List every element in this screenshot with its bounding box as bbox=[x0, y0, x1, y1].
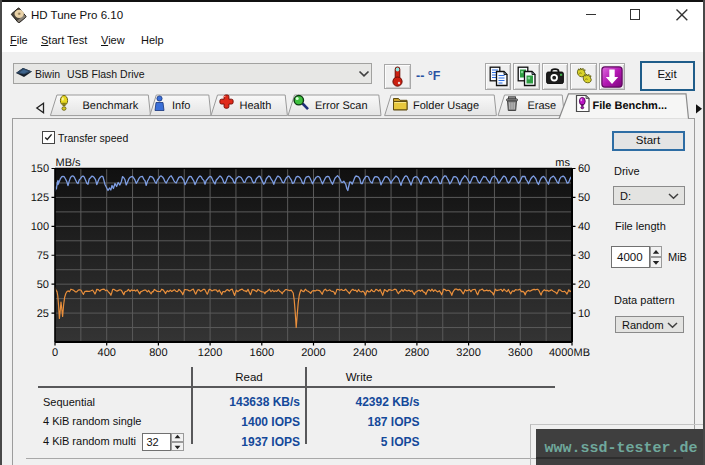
svg-text:3200: 3200 bbox=[456, 347, 480, 359]
svg-text:File Benchm...: File Benchm... bbox=[593, 100, 668, 112]
svg-text:Folder Usage: Folder Usage bbox=[413, 100, 479, 112]
svg-text:Benchmark: Benchmark bbox=[83, 100, 139, 112]
svg-text:2400: 2400 bbox=[353, 347, 377, 359]
svg-text:60: 60 bbox=[578, 163, 590, 175]
svg-text:50: 50 bbox=[578, 192, 590, 204]
svg-text:75: 75 bbox=[37, 250, 49, 262]
svg-text:25: 25 bbox=[37, 308, 49, 320]
svg-text:30: 30 bbox=[578, 250, 590, 262]
svg-text:2800: 2800 bbox=[405, 347, 429, 359]
svg-text:1600: 1600 bbox=[250, 347, 274, 359]
svg-text:1200: 1200 bbox=[198, 347, 222, 359]
svg-text:Info: Info bbox=[172, 100, 190, 112]
svg-text:40: 40 bbox=[578, 221, 590, 233]
svg-text:4000MB: 4000MB bbox=[549, 347, 590, 359]
svg-text:10: 10 bbox=[578, 308, 590, 320]
svg-text:400: 400 bbox=[98, 347, 116, 359]
svg-text:3600: 3600 bbox=[508, 347, 532, 359]
svg-text:100: 100 bbox=[31, 221, 49, 233]
svg-text:Error Scan: Error Scan bbox=[315, 100, 368, 112]
svg-text:20: 20 bbox=[578, 279, 590, 291]
svg-text:ms: ms bbox=[555, 157, 570, 169]
svg-text:MB/s: MB/s bbox=[56, 157, 82, 169]
svg-text:0: 0 bbox=[52, 347, 58, 359]
svg-text:125: 125 bbox=[31, 192, 49, 204]
svg-text:50: 50 bbox=[37, 279, 49, 291]
svg-text:2000: 2000 bbox=[301, 347, 325, 359]
svg-text:Health: Health bbox=[240, 100, 272, 112]
svg-text:800: 800 bbox=[149, 347, 167, 359]
svg-text:150: 150 bbox=[31, 163, 49, 175]
